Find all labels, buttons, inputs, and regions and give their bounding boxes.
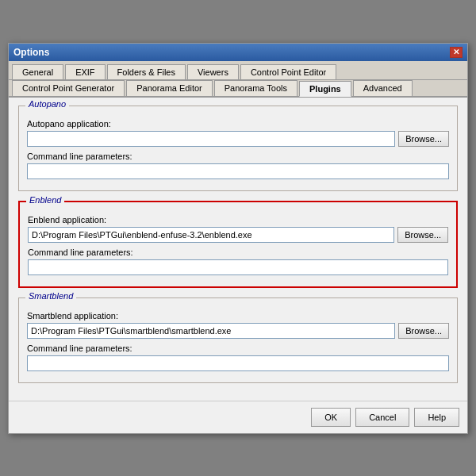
help-button[interactable]: Help [414, 408, 459, 427]
autopano-app-label: Autopano application: [27, 119, 449, 129]
tab-viewers[interactable]: Viewers [187, 64, 239, 79]
tabs-row2: Control Point Generator Panorama Editor … [9, 80, 467, 98]
enblend-browse-button[interactable]: Browse... [397, 227, 448, 243]
cancel-button[interactable]: Cancel [355, 408, 409, 427]
smartblend-section-title: Smartblend [25, 291, 76, 301]
smartblend-cmd-label: Command line parameters: [27, 344, 449, 353]
smartblend-cmd-input[interactable] [27, 355, 449, 371]
tab-folders-files[interactable]: Folders & Files [107, 64, 186, 79]
bottom-bar: OK Cancel Help [9, 401, 467, 433]
autopano-cmd-label: Command line parameters: [27, 152, 449, 161]
autopano-section-title: Autopano [25, 99, 69, 109]
smartblend-browse-button[interactable]: Browse... [398, 323, 449, 339]
smartblend-section: Smartblend Smartblend application: Brows… [18, 298, 458, 383]
autopano-section: Autopano Autopano application: Browse...… [18, 106, 458, 191]
tab-general[interactable]: General [12, 64, 63, 79]
enblend-cmd-label: Command line parameters: [28, 248, 448, 257]
options-window: Options ✕ General EXIF Folders & Files V… [8, 43, 468, 434]
ok-button[interactable]: OK [311, 408, 351, 427]
enblend-section-title: Enblend [26, 195, 64, 205]
enblend-section: Enblend Enblend application: Browse... C… [18, 201, 458, 288]
autopano-browse-button[interactable]: Browse... [398, 131, 449, 147]
autopano-app-row: Browse... [27, 131, 449, 147]
enblend-cmd-row [28, 259, 448, 275]
tab-panorama-editor[interactable]: Panorama Editor [126, 80, 213, 96]
autopano-app-input[interactable] [27, 131, 395, 147]
close-button[interactable]: ✕ [450, 47, 463, 58]
enblend-cmd-input[interactable] [28, 259, 448, 275]
content-area: Autopano Autopano application: Browse...… [9, 98, 467, 401]
smartblend-app-input[interactable] [27, 323, 395, 339]
tab-panorama-tools[interactable]: Panorama Tools [214, 80, 298, 96]
window-title: Options [13, 47, 49, 58]
tab-plugins[interactable]: Plugins [299, 81, 351, 97]
title-bar: Options ✕ [9, 44, 467, 61]
tab-control-point-generator[interactable]: Control Point Generator [12, 80, 125, 96]
tab-exif[interactable]: EXIF [65, 64, 105, 79]
autopano-cmd-row [27, 163, 449, 179]
smartblend-app-label: Smartblend application: [27, 311, 449, 321]
enblend-app-input[interactable] [28, 227, 394, 243]
enblend-app-row: Browse... [28, 227, 448, 243]
tab-control-point-editor[interactable]: Control Point Editor [240, 64, 336, 79]
autopano-cmd-input[interactable] [27, 163, 449, 179]
tabs-row1: General EXIF Folders & Files Viewers Con… [9, 61, 467, 80]
tab-advanced[interactable]: Advanced [353, 80, 413, 96]
smartblend-cmd-row [27, 355, 449, 371]
enblend-app-label: Enblend application: [28, 215, 448, 225]
smartblend-app-row: Browse... [27, 323, 449, 339]
